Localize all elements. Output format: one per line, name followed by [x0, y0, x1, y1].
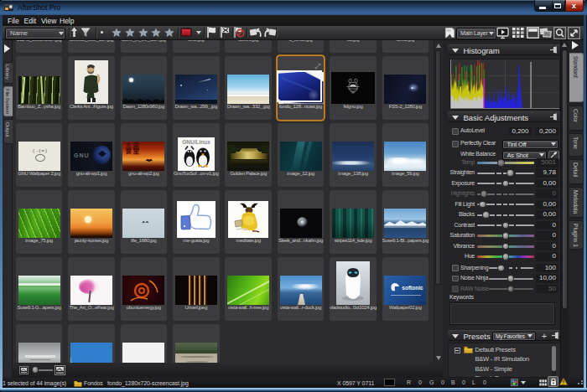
svg-text:GNU/Linux: GNU/Linux: [182, 139, 210, 145]
